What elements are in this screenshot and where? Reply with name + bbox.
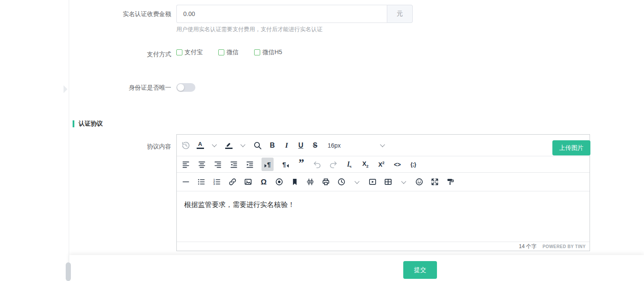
- undo-icon: [313, 160, 322, 169]
- numbered-list-button[interactable]: 123: [213, 176, 221, 188]
- svg-text:3: 3: [214, 183, 215, 185]
- payment-method-row: 支付方式 支付宝 微信 微信H5: [69, 46, 298, 58]
- id-unique-row: 身份证是否唯一: [69, 82, 195, 93]
- checkbox-box-icon[interactable]: [176, 49, 182, 55]
- search-replace-button[interactable]: [253, 139, 262, 152]
- superscript-icon: X2: [378, 161, 384, 168]
- text-color-button[interactable]: A: [196, 139, 204, 152]
- blockquote-button[interactable]: ”: [297, 158, 306, 171]
- align-center-icon: [198, 160, 206, 169]
- fee-amount-label: 实名认证收费金额: [69, 5, 176, 23]
- table-button[interactable]: [384, 176, 392, 188]
- italic-button[interactable]: I: [282, 139, 291, 152]
- align-right-button[interactable]: [214, 158, 222, 171]
- italic-icon: I: [285, 142, 288, 149]
- bookmark-button[interactable]: [290, 176, 299, 188]
- indent-button[interactable]: [245, 158, 254, 171]
- checkbox-alipay-label: 支付宝: [185, 48, 203, 56]
- format-painter-button[interactable]: [446, 176, 455, 188]
- fullscreen-icon: [430, 178, 439, 186]
- checkbox-wechat[interactable]: 微信: [218, 48, 239, 56]
- vertical-scrollbar-thumb[interactable]: [66, 262, 71, 281]
- print-icon: [322, 178, 330, 186]
- fee-amount-input-group: 元: [176, 5, 413, 23]
- clear-format-icon: Ix: [347, 161, 351, 168]
- rtl-paragraph-icon: ¶: [282, 161, 288, 168]
- id-unique-label: 身份证是否唯一: [69, 82, 176, 93]
- fee-amount-input[interactable]: [176, 5, 387, 23]
- redo-icon: [329, 160, 338, 169]
- code-sample-button[interactable]: {;}: [409, 158, 418, 171]
- fullscreen-button[interactable]: [430, 176, 439, 188]
- bullet-list-button[interactable]: [197, 176, 206, 188]
- highlight-color-button[interactable]: [224, 139, 233, 152]
- editor-content-area[interactable]: 根据监管要求，需要进行实名核验！: [177, 191, 590, 242]
- font-size-select[interactable]: 16px: [325, 139, 387, 152]
- page-break-icon: [306, 178, 315, 186]
- underline-button[interactable]: U: [296, 139, 305, 152]
- id-unique-toggle[interactable]: [176, 83, 195, 92]
- subscript-button[interactable]: X2: [361, 158, 370, 171]
- strikethrough-button[interactable]: S: [311, 139, 319, 152]
- link-button[interactable]: [228, 176, 237, 188]
- upload-image-button[interactable]: 上传图片: [552, 140, 590, 155]
- left-panel-divider: [69, 0, 69, 281]
- insert-datetime-button[interactable]: [337, 176, 346, 188]
- ltr-paragraph-button[interactable]: ¶: [261, 158, 274, 171]
- highlight-color-menu-button[interactable]: [239, 139, 247, 152]
- chevron-down-icon: [401, 179, 406, 184]
- fee-amount-unit: 元: [387, 5, 413, 23]
- horizontal-rule-button[interactable]: [182, 176, 190, 188]
- redo-button[interactable]: [329, 158, 338, 171]
- code-icon: <>: [394, 161, 401, 168]
- ltr-paragraph-icon: ¶: [265, 161, 271, 168]
- checkbox-box-icon[interactable]: [254, 49, 260, 55]
- agreement-content-row: 协议内容 A B I: [69, 134, 590, 251]
- rtl-paragraph-button[interactable]: ¶: [281, 158, 290, 171]
- section-title: 认证协议: [79, 120, 103, 128]
- align-left-button[interactable]: [182, 158, 190, 171]
- media-icon: [368, 178, 377, 186]
- checkbox-box-icon[interactable]: [218, 49, 224, 55]
- print-button[interactable]: [322, 176, 330, 188]
- fee-amount-help-text: 用户使用实名认证需要支付费用，支付后才能进行实名认证: [176, 26, 322, 33]
- word-count: 14 个字: [519, 243, 537, 250]
- table-icon: [384, 178, 392, 186]
- editor-toolbar-row-2: ¶ ¶ ” Ix X2 X2 <>: [177, 156, 590, 173]
- table-menu-button[interactable]: [399, 176, 408, 188]
- agreement-content-label: 协议内容: [69, 134, 176, 251]
- outdent-button[interactable]: [230, 158, 238, 171]
- page-break-button[interactable]: [306, 176, 315, 188]
- history-icon: [182, 141, 190, 150]
- bold-icon: B: [270, 142, 275, 149]
- text-color-menu-button[interactable]: [210, 139, 219, 152]
- code-button[interactable]: <>: [393, 158, 402, 171]
- payment-options: 支付宝 微信 微信H5: [176, 46, 298, 58]
- clear-format-button[interactable]: Ix: [345, 158, 354, 171]
- undo-button[interactable]: [313, 158, 322, 171]
- insert-image-button[interactable]: [244, 176, 252, 188]
- align-center-button[interactable]: [198, 158, 206, 171]
- preview-icon: [275, 178, 284, 186]
- submit-button[interactable]: 提交: [403, 261, 437, 279]
- horizontal-rule-icon: [182, 178, 190, 186]
- checkbox-alipay[interactable]: 支付宝: [176, 48, 203, 56]
- font-size-value: 16px: [328, 142, 341, 149]
- image-icon: [244, 178, 252, 186]
- insert-datetime-menu-button[interactable]: [353, 176, 361, 188]
- bold-button[interactable]: B: [268, 139, 277, 152]
- rich-text-editor: A B I U S 16px 上传图片: [176, 134, 590, 251]
- superscript-button[interactable]: X2: [377, 158, 386, 171]
- preview-button[interactable]: [275, 176, 284, 188]
- highlight-color-icon: [225, 142, 233, 149]
- checkbox-wechat-h5[interactable]: 微信H5: [254, 48, 282, 56]
- chevron-down-icon: [240, 142, 245, 147]
- agreement-section-header: 认证协议: [73, 120, 103, 128]
- panel-collapse-handle-icon[interactable]: [64, 85, 67, 93]
- history-button[interactable]: [182, 139, 190, 152]
- special-character-button[interactable]: Ω: [259, 176, 268, 188]
- media-button[interactable]: [368, 176, 377, 188]
- emoticon-button[interactable]: [415, 176, 424, 188]
- tiny-branding-link[interactable]: POWERED BY TINY: [542, 244, 586, 249]
- text-color-icon: A: [197, 142, 204, 149]
